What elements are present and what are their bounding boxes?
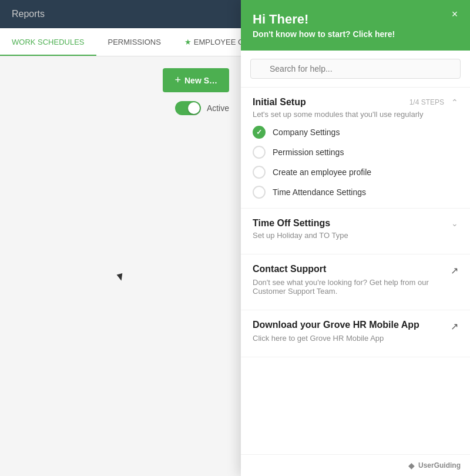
chevron-down-icon: ⌄ <box>451 219 458 228</box>
section-initial-setup: Initial Setup 1/4 STEPS ⌃ Let's set up s… <box>241 88 470 209</box>
contact-support-desc: Don't see what you're looking for? Get h… <box>253 278 451 296</box>
check-item-label: Company Settings <box>273 128 340 137</box>
time-off-title: Time Off Settings <box>253 218 330 229</box>
external-link-icon: ↗ <box>451 265 458 276</box>
check-circle-done <box>253 126 266 139</box>
toggle-knob <box>188 102 200 114</box>
check-circle-empty <box>253 186 266 199</box>
time-off-desc: Set up Holiday and TO Type <box>253 231 458 240</box>
tab-work-schedules[interactable]: WORK SCHEDULES <box>0 28 96 56</box>
mobile-app-desc: Click here to get Grove HR Mobile App <box>253 334 419 343</box>
initial-setup-desc: Let's set up some modules that you'll us… <box>253 110 458 119</box>
initial-setup-header[interactable]: Initial Setup 1/4 STEPS ⌃ <box>253 97 458 108</box>
check-item-label: Permission settings <box>273 148 344 157</box>
check-circle-empty <box>253 146 266 159</box>
userguiding-logo-icon: ◆ <box>408 461 415 470</box>
header-title: Reports <box>12 9 45 19</box>
list-item[interactable]: Create an employee profile <box>253 166 458 179</box>
panel-header: × Hi There! Don't know how to start? Cli… <box>241 0 470 51</box>
app-container: Reports WORK SCHEDULES PERMISSIONS ★ EMP… <box>0 0 470 476</box>
panel-search-area: 🔍 <box>241 51 470 88</box>
section-contact-support[interactable]: Contact Support Don't see what you're lo… <box>241 254 470 310</box>
tab-permissions[interactable]: PERMISSIONS <box>96 28 173 56</box>
panel-body: Initial Setup 1/4 STEPS ⌃ Let's set up s… <box>241 88 470 454</box>
check-item-label: Time Attendance Settings <box>273 187 366 197</box>
app-header: Reports <box>0 0 241 28</box>
tab-work-schedules-label: WORK SCHEDULES <box>12 38 85 46</box>
initial-setup-title: Initial Setup <box>253 97 306 108</box>
star-icon: ★ <box>184 38 192 46</box>
chevron-up-icon: ⌃ <box>451 98 458 107</box>
panel-close-button[interactable]: × <box>448 7 462 21</box>
initial-setup-steps: 1/4 STEPS <box>409 98 444 106</box>
active-toggle-label: Active <box>207 103 229 113</box>
search-input[interactable] <box>250 59 461 79</box>
panel-subtitle: Don't know how to start? Click here! <box>253 29 458 39</box>
tabs-bar: WORK SCHEDULES PERMISSIONS ★ EMPLOYEE GR… <box>0 28 241 56</box>
active-toggle[interactable] <box>175 101 201 115</box>
external-link-icon-2: ↗ <box>451 321 458 332</box>
active-toggle-row: Active <box>175 101 229 115</box>
main-content: + New S… Active <box>0 56 241 476</box>
new-schedule-button[interactable]: + New S… <box>163 68 229 92</box>
userguiding-brand: UserGuiding <box>418 461 461 470</box>
new-schedule-label: New S… <box>184 76 217 85</box>
check-circle-empty <box>253 166 266 179</box>
check-item-label: Create an employee profile <box>273 167 371 177</box>
list-item[interactable]: Permission settings <box>253 146 458 159</box>
contact-support-link: Contact Support Don't see what you're lo… <box>253 264 458 300</box>
initial-setup-checklist: Company Settings Permission settings Cre… <box>253 126 458 199</box>
contact-support-title: Contact Support <box>253 264 451 274</box>
mobile-app-title: Download your Grove HR Mobile App <box>253 320 419 330</box>
search-wrapper: 🔍 <box>250 59 461 79</box>
mobile-app-link: Download your Grove HR Mobile App Click … <box>253 320 458 347</box>
help-panel: × Hi There! Don't know how to start? Cli… <box>241 0 470 476</box>
cursor-pointer <box>118 274 125 284</box>
section-mobile-app[interactable]: Download your Grove HR Mobile App Click … <box>241 310 470 357</box>
tab-permissions-label: PERMISSIONS <box>108 38 161 46</box>
panel-footer: ◆ UserGuiding <box>241 454 470 476</box>
list-item[interactable]: Company Settings <box>253 126 458 139</box>
section-time-off: Time Off Settings ⌄ Set up Holiday and T… <box>241 209 470 254</box>
list-item[interactable]: Time Attendance Settings <box>253 186 458 199</box>
plus-icon: + <box>174 74 181 86</box>
panel-title: Hi There! <box>253 12 458 27</box>
time-off-header[interactable]: Time Off Settings ⌄ <box>253 218 458 229</box>
